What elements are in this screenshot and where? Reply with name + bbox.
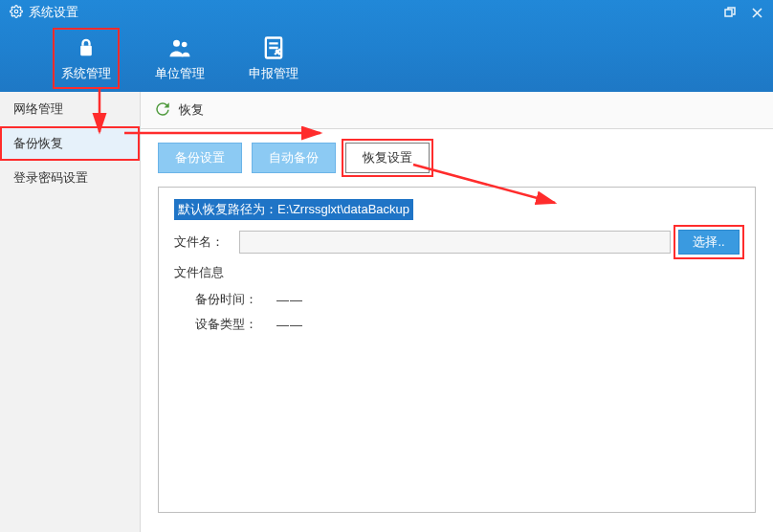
content: 恢复 备份设置自动备份恢复设置 默认恢复路径为：E:\Zrrssglxt\dat…	[141, 92, 773, 532]
backup-time-value: ——	[271, 293, 309, 307]
sidebar-item-backup-restore[interactable]: 备份恢复	[0, 126, 140, 161]
svg-point-3	[173, 40, 180, 47]
body: 网络管理备份恢复登录密码设置 恢复 备份设置自动备份恢复设置 默认恢复路径为：E…	[0, 92, 773, 532]
device-type-value: ——	[271, 318, 309, 332]
content-header: 恢复	[141, 92, 773, 129]
svg-rect-2	[80, 46, 92, 55]
tabs: 备份设置自动备份恢复设置	[158, 143, 756, 173]
svg-point-4	[182, 42, 188, 48]
window-title: 系统设置	[29, 4, 78, 21]
toolbar: 系统管理单位管理申报管理	[0, 25, 773, 92]
window: { "title": "系统设置", "toolbar": [ {"key":"…	[0, 0, 773, 532]
tab-restore-settings[interactable]: 恢复设置	[345, 143, 430, 173]
toolbar-item-report-manage[interactable]: 申报管理	[241, 29, 306, 88]
toolbar-item-label: 系统管理	[61, 65, 111, 82]
toolbar-item-system-manage[interactable]: 系统管理	[54, 29, 119, 88]
report-manage-icon	[260, 34, 287, 61]
tab-backup-settings[interactable]: 备份设置	[158, 143, 242, 173]
sidebar: 网络管理备份恢复登录密码设置	[0, 92, 141, 532]
gear-icon	[10, 5, 23, 21]
unit-manage-icon	[166, 34, 193, 61]
device-type-row: 设备类型： ——	[195, 316, 740, 333]
sidebar-item-network[interactable]: 网络管理	[0, 92, 140, 126]
titlebar: 系统设置	[0, 0, 773, 25]
toolbar-item-unit-manage[interactable]: 单位管理	[147, 29, 212, 88]
restore-window-icon[interactable]	[723, 6, 737, 19]
titlebar-controls	[723, 6, 763, 19]
filename-input[interactable]	[239, 231, 671, 254]
backup-time-row: 备份时间： ——	[195, 291, 740, 308]
restore-icon	[154, 100, 171, 121]
svg-rect-1	[725, 10, 732, 16]
sidebar-item-password[interactable]: 登录密码设置	[0, 161, 140, 195]
backup-time-label: 备份时间：	[195, 291, 257, 308]
device-type-label: 设备类型：	[195, 316, 257, 333]
file-info-title: 文件信息	[174, 264, 740, 281]
default-path: 默认恢复路径为：E:\Zrrssglxt\dataBackup	[174, 199, 413, 220]
tab-auto-backup[interactable]: 自动备份	[252, 143, 336, 173]
content-body: 备份设置自动备份恢复设置 默认恢复路径为：E:\Zrrssglxt\dataBa…	[141, 129, 773, 532]
titlebar-left: 系统设置	[10, 4, 78, 21]
choose-button[interactable]: 选择..	[678, 230, 740, 255]
content-title: 恢复	[179, 101, 204, 119]
panel: 默认恢复路径为：E:\Zrrssglxt\dataBackup 文件名： 选择.…	[158, 187, 756, 513]
toolbar-item-label: 申报管理	[249, 65, 298, 82]
svg-point-0	[14, 10, 18, 13]
system-manage-icon	[73, 34, 99, 61]
filename-label: 文件名：	[174, 233, 232, 251]
header: 系统设置 系统管理单位管理申报管理	[0, 0, 773, 92]
close-icon[interactable]	[750, 6, 763, 19]
toolbar-item-label: 单位管理	[155, 65, 205, 82]
filename-row: 文件名： 选择..	[174, 230, 740, 255]
